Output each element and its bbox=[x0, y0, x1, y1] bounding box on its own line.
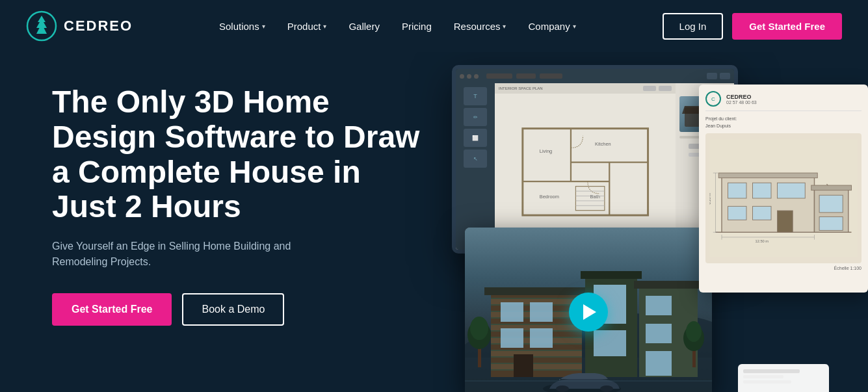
cedreo-logo-small: C bbox=[705, 91, 721, 107]
nav-solutions[interactable]: Solutions ▾ bbox=[210, 16, 274, 37]
svg-rect-28 bbox=[491, 358, 582, 363]
hero-title: The Only 3D Home Design Software to Draw… bbox=[52, 85, 429, 224]
nav-pricing[interactable]: Pricing bbox=[393, 16, 441, 37]
brand-name: CEDREO bbox=[64, 18, 133, 34]
book-demo-button[interactable]: Book a Demo bbox=[182, 293, 284, 326]
svg-rect-68 bbox=[753, 183, 772, 198]
login-button[interactable]: Log In bbox=[663, 13, 724, 40]
svg-rect-73 bbox=[819, 195, 843, 213]
svg-rect-69 bbox=[778, 183, 806, 198]
floorplan-svg: Living Kitchen Bedroom Bath bbox=[513, 105, 657, 239]
svg-rect-42 bbox=[594, 330, 626, 356]
svg-rect-70 bbox=[728, 206, 747, 220]
get-started-hero-button[interactable]: Get Started Free bbox=[52, 293, 172, 326]
svg-point-47 bbox=[556, 385, 569, 392]
blueprint-overlay: C CEDREO 02 57 48 00 63 Projet du client… bbox=[699, 85, 868, 293]
svg-rect-39 bbox=[530, 328, 553, 348]
chevron-down-icon: ▾ bbox=[573, 23, 576, 30]
svg-text:Kitchen: Kitchen bbox=[595, 140, 611, 146]
svg-point-54 bbox=[686, 321, 702, 342]
svg-rect-72 bbox=[778, 211, 793, 232]
svg-rect-66 bbox=[811, 185, 852, 190]
svg-rect-43 bbox=[646, 296, 672, 315]
elevation-svg: 6.20 m 12.50 m bbox=[709, 137, 858, 260]
tool-shape: ⬜ bbox=[464, 129, 487, 147]
svg-rect-35 bbox=[634, 281, 703, 289]
svg-rect-37 bbox=[530, 302, 553, 322]
chevron-down-icon: ▾ bbox=[503, 23, 506, 30]
nav-company[interactable]: Company ▾ bbox=[519, 16, 585, 37]
hero-buttons: Get Started Free Book a Demo bbox=[52, 293, 429, 326]
svg-rect-40 bbox=[514, 354, 533, 377]
svg-rect-44 bbox=[646, 324, 672, 343]
svg-rect-31 bbox=[484, 287, 588, 295]
tool-select: ↖ bbox=[464, 150, 487, 168]
svg-text:Living: Living bbox=[540, 148, 552, 153]
laptop-mockup: T ✏ ⬜ ↖ INTERIOR SPACE PLAN bbox=[452, 65, 738, 254]
chevron-down-icon: ▾ bbox=[323, 23, 326, 30]
svg-point-51 bbox=[470, 317, 488, 340]
svg-rect-36 bbox=[501, 302, 523, 322]
main-3d-render bbox=[465, 228, 712, 392]
svg-rect-64 bbox=[718, 173, 817, 178]
svg-rect-29 bbox=[491, 364, 582, 369]
svg-rect-45 bbox=[646, 351, 672, 376]
svg-rect-38 bbox=[501, 328, 523, 348]
svg-text:Bedroom: Bedroom bbox=[540, 194, 559, 200]
play-button[interactable] bbox=[569, 293, 608, 332]
main-nav: Solutions ▾ Product ▾ Gallery Pricing Re… bbox=[210, 16, 585, 37]
header: CEDREO Solutions ▾ Product ▾ Gallery Pri… bbox=[0, 0, 868, 52]
svg-text:12.50 m: 12.50 m bbox=[755, 239, 769, 243]
app-sidebar: T ✏ ⬜ ↖ bbox=[456, 83, 495, 250]
nav-resources[interactable]: Resources ▾ bbox=[445, 16, 516, 37]
svg-rect-55 bbox=[465, 380, 712, 382]
svg-rect-74 bbox=[819, 217, 843, 231]
laptop-topbar bbox=[456, 69, 734, 83]
chevron-down-icon: ▾ bbox=[262, 23, 265, 30]
svg-text:6.20 m: 6.20 m bbox=[709, 193, 711, 205]
hero-visual: T ✏ ⬜ ↖ INTERIOR SPACE PLAN bbox=[426, 59, 868, 392]
floorplan-area: INTERIOR SPACE PLAN bbox=[495, 83, 676, 250]
svg-rect-33 bbox=[581, 271, 642, 279]
logo-icon bbox=[26, 10, 57, 42]
svg-point-48 bbox=[600, 385, 613, 392]
svg-rect-71 bbox=[753, 206, 772, 220]
company-name-small: CEDREO bbox=[726, 94, 757, 100]
tool-text: T bbox=[464, 87, 487, 105]
bottom-card bbox=[738, 364, 829, 392]
elevation-drawing: 6.20 m 12.50 m bbox=[705, 133, 861, 263]
hero-subtitle: Give Yourself an Edge in Selling Home Bu… bbox=[52, 239, 338, 270]
header-actions: Log In Get Started Free bbox=[663, 13, 842, 40]
svg-rect-27 bbox=[491, 351, 582, 356]
nav-product[interactable]: Product ▾ bbox=[278, 16, 336, 37]
svg-text:Bath: Bath bbox=[590, 194, 599, 200]
hero-section: The Only 3D Home Design Software to Draw… bbox=[0, 52, 868, 392]
logo[interactable]: CEDREO bbox=[26, 10, 133, 42]
get-started-header-button[interactable]: Get Started Free bbox=[732, 13, 842, 40]
blueprint-header: C CEDREO 02 57 48 00 63 bbox=[705, 91, 861, 111]
hero-content: The Only 3D Home Design Software to Draw… bbox=[52, 72, 429, 326]
svg-rect-67 bbox=[728, 183, 747, 198]
tool-draw: ✏ bbox=[464, 108, 487, 126]
nav-gallery[interactable]: Gallery bbox=[339, 16, 389, 37]
play-icon bbox=[583, 304, 596, 320]
phone-number: 02 57 48 00 63 bbox=[726, 100, 757, 105]
svg-rect-1 bbox=[523, 128, 648, 215]
